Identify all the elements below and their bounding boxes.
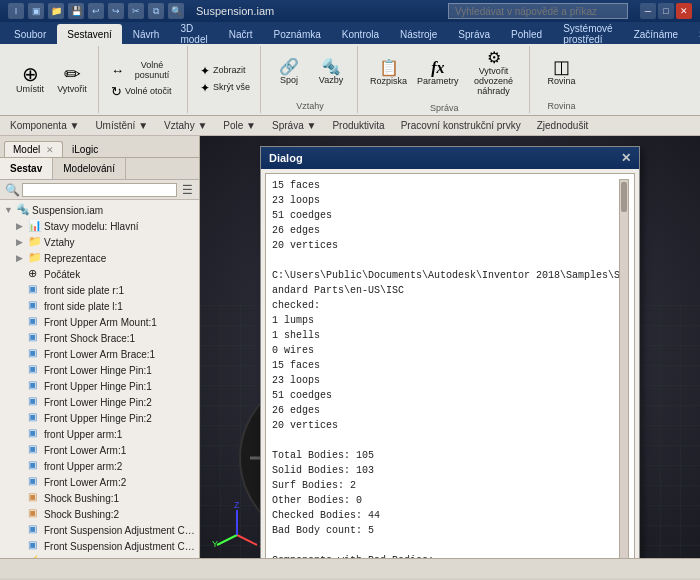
- zobrazit-button[interactable]: ✦ Zobrazit: [196, 63, 250, 79]
- tab-navrh[interactable]: Návrh: [123, 24, 170, 44]
- icon-1: 📊: [28, 219, 42, 233]
- tree-item-3[interactable]: ▶ 📁 Reprezentace: [0, 250, 199, 266]
- pole-btn[interactable]: Pole ▼: [217, 117, 262, 135]
- tab-3dmodel[interactable]: 3D model: [170, 24, 217, 44]
- model-tabs: Model ✕ iLogic: [0, 136, 199, 158]
- tree-item-6[interactable]: ▣ front side plate l:1: [0, 298, 199, 314]
- tab-spolupra[interactable]: Spolupra: [689, 24, 700, 44]
- tree-item-12[interactable]: ▣ Front Lower Hinge Pin:2: [0, 394, 199, 410]
- vytvorit-button[interactable]: ✏ Vytvořit: [52, 62, 92, 97]
- spoj-button[interactable]: 🔗 Spoj: [269, 57, 309, 88]
- umistit-button[interactable]: ⊕ Umístit: [10, 62, 50, 97]
- volne-posunuti-button[interactable]: ↔ Volné posunutí: [107, 59, 181, 83]
- icon-5: ▣: [28, 283, 42, 297]
- redo-icon[interactable]: ↪: [108, 3, 124, 19]
- label-13: Front Upper Hinge Pin:2: [44, 413, 152, 424]
- tree-content: ▼ 🔩 Suspension.iam ▶ 📊 Stavy modelu: Hla…: [0, 200, 199, 558]
- maximize-button[interactable]: □: [658, 3, 674, 19]
- open-icon[interactable]: 📁: [48, 3, 64, 19]
- sprava-label2: Správa ▼: [272, 120, 316, 131]
- help-search-input[interactable]: [448, 3, 628, 19]
- tree-item-18[interactable]: ▣ Shock Bushing:1: [0, 490, 199, 506]
- title-bar-icons: I ▣ 📁 💾 ↩ ↪ ✂ ⧉ 🔍: [8, 3, 184, 19]
- tree-tab-modelovani[interactable]: Modelování: [53, 158, 126, 179]
- tree-tab-sestav[interactable]: Sestav: [0, 158, 53, 179]
- odvozene-button[interactable]: ⚙ Vytvořit odvozené náhrady: [465, 48, 523, 99]
- icon-0: 🔩: [16, 203, 30, 217]
- new-icon[interactable]: ▣: [28, 3, 44, 19]
- tab-model-close[interactable]: ✕: [46, 145, 54, 155]
- tab-model[interactable]: Model ✕: [4, 141, 63, 157]
- produktivita-btn[interactable]: Produktivita: [326, 117, 390, 135]
- sidebar: Model ✕ iLogic Sestav Modelování 🔍 ☰: [0, 136, 200, 558]
- label-1: Stavy modelu: Hlavní: [44, 221, 139, 232]
- app-icon: I: [8, 3, 24, 19]
- tab-soubor[interactable]: Soubor: [4, 24, 56, 44]
- rozpiska-label: Rozpiska: [370, 77, 407, 87]
- komponenta-btn[interactable]: Komponenta ▼: [4, 117, 85, 135]
- tree-item-2[interactable]: ▶ 📁 Vztahy: [0, 234, 199, 250]
- close-button[interactable]: ✕: [676, 3, 692, 19]
- dialog-close-btn[interactable]: ✕: [621, 151, 631, 165]
- undo-icon[interactable]: ↩: [88, 3, 104, 19]
- sprava-btn2[interactable]: Správa ▼: [266, 117, 322, 135]
- tab-systemprostedi[interactable]: Systémové prostředí: [553, 24, 622, 44]
- tab-zaciname[interactable]: Začínáme: [624, 24, 688, 44]
- ribbon-group-rovina-buttons: ◫ Rovina: [542, 48, 582, 97]
- search-icon[interactable]: 🔍: [168, 3, 184, 19]
- tab-sprava[interactable]: Správa: [448, 24, 500, 44]
- tree-item-15[interactable]: ▣ Front Lower Arm:1: [0, 442, 199, 458]
- tab-sestaveni[interactable]: Sestavení: [57, 24, 121, 44]
- tree-item-13[interactable]: ▣ Front Upper Hinge Pin:2: [0, 410, 199, 426]
- rozpiska-button[interactable]: 📋 Rozpiska: [366, 58, 411, 89]
- viewport[interactable]: X Y Z Dialog ✕ 15 faces 23 loops 51 coed…: [200, 136, 700, 558]
- zjednodusit-btn[interactable]: Zjednodušit: [531, 117, 595, 135]
- tab-poznamka[interactable]: Poznámka: [264, 24, 331, 44]
- tree-item-0[interactable]: ▼ 🔩 Suspension.iam: [0, 202, 199, 218]
- tree-item-14[interactable]: ▣ front Upper arm:1: [0, 426, 199, 442]
- tree-item-5[interactable]: ▣ front side plate r:1: [0, 282, 199, 298]
- vazby-button[interactable]: 🔩 Vazby: [311, 57, 351, 88]
- parametry-icon: fx: [431, 60, 444, 76]
- tree-search-input[interactable]: [22, 183, 177, 197]
- tree-item-9[interactable]: ▣ Front Lower Arm Brace:1: [0, 346, 199, 362]
- tree-item-21[interactable]: ▣ Front Suspension Adjustment Clip:2: [0, 538, 199, 554]
- dialog-overlay: Dialog ✕ 15 faces 23 loops 51 coedges 26…: [200, 136, 700, 558]
- tab-ilogic[interactable]: iLogic: [63, 141, 107, 157]
- label-8: Front Shock Brace:1: [44, 333, 135, 344]
- label-11: Front Upper Hinge Pin:1: [44, 381, 152, 392]
- pracovni-btn[interactable]: Pracovní konstrukční prvky: [395, 117, 527, 135]
- tree-item-8[interactable]: ▣ Front Shock Brace:1: [0, 330, 199, 346]
- tree-item-11[interactable]: ▣ Front Upper Hinge Pin:1: [0, 378, 199, 394]
- tree-item-16[interactable]: ▣ front Upper arm:2: [0, 458, 199, 474]
- tab-kontrola[interactable]: Kontrola: [332, 24, 389, 44]
- dialog-body[interactable]: 15 faces 23 loops 51 coedges 26 edges 20…: [265, 173, 635, 558]
- parametry-button[interactable]: fx Parametry: [413, 58, 463, 89]
- label-2: Vztahy: [44, 237, 75, 248]
- rovina-button[interactable]: ◫ Rovina: [542, 56, 582, 89]
- cut-icon[interactable]: ✂: [128, 3, 144, 19]
- tab-pohled[interactable]: Pohled: [501, 24, 552, 44]
- copy-icon[interactable]: ⧉: [148, 3, 164, 19]
- tab-nastroje[interactable]: Nástroje: [390, 24, 447, 44]
- tree-item-17[interactable]: ▣ Front Lower Arm:2: [0, 474, 199, 490]
- tab-nacrt[interactable]: Načrt: [219, 24, 263, 44]
- tree-item-20[interactable]: ▣ Front Suspension Adjustment Clip:1: [0, 522, 199, 538]
- minimize-button[interactable]: ─: [640, 3, 656, 19]
- tree-search-btn[interactable]: 🔍: [4, 182, 20, 198]
- tree-item-10[interactable]: ▣ Front Lower Hinge Pin:1: [0, 362, 199, 378]
- tree-item-4[interactable]: ⊕ Počátek: [0, 266, 199, 282]
- tree-item-19[interactable]: ▣ Shock Bushing:2: [0, 506, 199, 522]
- umisteni-btn[interactable]: Umístění ▼: [89, 117, 154, 135]
- tree-menu-btn[interactable]: ☰: [179, 182, 195, 198]
- icon-20: ▣: [28, 523, 42, 537]
- tree-item-22[interactable]: ▶ ⚡ Shock Absorber Front:1: [0, 554, 199, 558]
- vztahy-btn[interactable]: Vztahy ▼: [158, 117, 213, 135]
- tree-item-1[interactable]: ▶ 📊 Stavy modelu: Hlavní: [0, 218, 199, 234]
- dialog-scrollbar[interactable]: [619, 179, 629, 558]
- save-icon[interactable]: 💾: [68, 3, 84, 19]
- rozpiska-icon: 📋: [379, 60, 399, 76]
- volne-otocit-button[interactable]: ↻ Volné otočit: [107, 83, 176, 100]
- skryt-vse-button[interactable]: ✦ Skrýt vše: [196, 80, 254, 96]
- tree-item-7[interactable]: ▣ Front Upper Arm Mount:1: [0, 314, 199, 330]
